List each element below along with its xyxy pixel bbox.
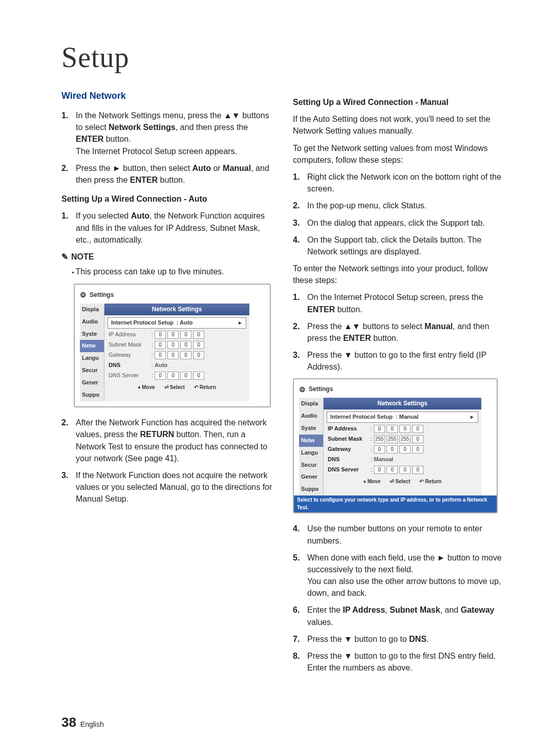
step-number: 6. xyxy=(293,604,307,628)
paragraph: To get the Network setting values from m… xyxy=(293,142,508,166)
paragraph: If the Auto Setting does not work, you'l… xyxy=(293,113,508,137)
sidebar-item[interactable]: Audio xyxy=(80,316,104,328)
page-title: Setup xyxy=(61,41,522,74)
footer-select: ⏎ Select xyxy=(164,384,185,392)
footer-return: ↶ Return xyxy=(419,478,441,486)
step-number: 3. xyxy=(293,349,307,373)
chevron-right-icon: ► xyxy=(470,414,475,421)
two-columns: Wired Network 1. In the Network Settings… xyxy=(61,89,522,679)
step-number: 1. xyxy=(293,291,307,315)
left-column: Wired Network 1. In the Network Settings… xyxy=(61,89,276,679)
settings-title: Settings xyxy=(309,385,333,394)
step-text: Press the ▲▼ buttons to select Manual, a… xyxy=(307,320,508,344)
note-icon: ✎ xyxy=(61,251,68,263)
step-text: Press the ▼ button to go to the first en… xyxy=(307,349,508,373)
steps-auto-2: 2. After the Network Function has acquir… xyxy=(61,417,276,505)
gear-icon: ⚙ xyxy=(80,290,87,300)
step-number: 8. xyxy=(293,650,307,674)
settings-title: Settings xyxy=(90,291,114,299)
sidebar-item[interactable]: Langu xyxy=(299,447,323,459)
sidebar-item[interactable]: Suppo xyxy=(299,483,323,495)
sidebar-item[interactable]: Syste xyxy=(299,422,323,435)
protocol-setup-row[interactable]: Internet Protocol Setup : Manual ► xyxy=(327,412,478,423)
subnet-label: Subnet Mask xyxy=(109,341,150,349)
settings-screenshot-manual: ⚙ Settings Displa Audio Syste Netw Langu… xyxy=(293,378,498,514)
dns-server-label: DNS Server xyxy=(109,372,150,380)
settings-titlebar: ⚙ Settings xyxy=(80,290,249,300)
sidebar-item[interactable]: Gener xyxy=(299,471,323,483)
steps-intro: 1. In the Network Settings menu, press t… xyxy=(61,110,276,186)
step-number: 4. xyxy=(293,234,307,257)
gateway-octets[interactable]: 0000 xyxy=(155,351,204,359)
step-text: After the Network Function has acquired … xyxy=(76,417,276,464)
page: Setup Wired Network 1. In the Network Se… xyxy=(0,0,553,756)
step-text: Use the number buttons on your remote to… xyxy=(307,523,508,546)
gateway-octets[interactable]: 0000 xyxy=(374,445,423,453)
subnet-label: Subnet Mask xyxy=(328,435,369,443)
step-text: On the Support tab, click the Details bu… xyxy=(307,234,508,257)
dns-octets[interactable]: 0000 xyxy=(155,372,204,380)
note-item: This process can take up to five minutes… xyxy=(72,266,276,277)
settings-footer: ♦ Move ⏎ Select ↶ Return xyxy=(324,476,481,487)
step-text: If the Network Function does not acquire… xyxy=(76,469,276,505)
sidebar-item[interactable]: Displa xyxy=(299,398,323,410)
step-number: 1. xyxy=(61,210,76,246)
steps-windows: 1.Right click the Network icon on the bo… xyxy=(293,171,508,257)
sidebar-item[interactable]: Suppo xyxy=(80,389,104,401)
step-text: Enter the IP Address, Subnet Mask, and G… xyxy=(307,604,508,628)
ip-octets[interactable]: 0000 xyxy=(155,331,204,339)
right-column: Setting Up a Wired Connection - Manual I… xyxy=(293,89,508,679)
settings-main: Network Settings Internet Protocol Setup… xyxy=(324,398,481,496)
gateway-label: Gateway xyxy=(328,445,369,453)
sidebar-item[interactable]: Langu xyxy=(80,352,104,364)
steps-manual-b: 4.Use the number buttons on your remote … xyxy=(293,523,508,674)
step-number: 1. xyxy=(293,171,307,195)
subnet-octets[interactable]: 0000 xyxy=(155,341,204,349)
ip-address-label: IP Address xyxy=(328,425,369,433)
ip-address-label: IP Address xyxy=(109,331,150,339)
sidebar-item-selected[interactable]: Netw xyxy=(80,340,104,352)
panel-title: Network Settings xyxy=(324,398,481,409)
settings-sidebar: Displa Audio Syste Netw Langu Secur Gene… xyxy=(80,304,104,402)
sidebar-item-selected[interactable]: Netw xyxy=(299,435,323,447)
hint-bar: Select to configure your network type an… xyxy=(294,495,497,512)
sidebar-item[interactable]: Displa xyxy=(80,304,104,316)
note-label: NOTE xyxy=(71,251,94,263)
dns-octets[interactable]: 0000 xyxy=(374,466,423,474)
settings-footer: ♦ Move ⏎ Select ↶ Return xyxy=(104,382,249,393)
step-number: 2. xyxy=(293,200,307,211)
paragraph: To enter the Network settings into your … xyxy=(293,263,508,286)
step-number: 2. xyxy=(293,320,307,344)
settings-screenshot-auto: ⚙ Settings Displa Audio Syste Netw Langu… xyxy=(74,284,271,407)
settings-main: Network Settings Internet Protocol Setup… xyxy=(104,304,249,402)
protocol-setup-row[interactable]: Internet Protocol Setup : Auto ► xyxy=(108,317,246,329)
subheading-manual: Setting Up a Wired Connection - Manual xyxy=(293,96,508,108)
subheading-auto: Setting Up a Wired Connection - Auto xyxy=(61,193,276,205)
step-number: 5. xyxy=(293,552,307,599)
footer-move: ♦ Move xyxy=(364,478,380,486)
step-text: On the Internet Protocol Setup screen, p… xyxy=(307,291,508,315)
sidebar-item[interactable]: Secur xyxy=(299,459,323,471)
step-text: In the Network Settings menu, press the … xyxy=(76,110,276,157)
step-number: 3. xyxy=(61,469,76,505)
gateway-label: Gateway xyxy=(109,351,150,359)
dns-value: Manual xyxy=(374,456,393,464)
step-text: Press the ► button, then select Auto or … xyxy=(76,162,276,186)
sidebar-item[interactable]: Secur xyxy=(80,364,104,377)
page-language: English xyxy=(80,720,104,728)
ip-octets[interactable]: 0000 xyxy=(374,425,423,433)
sidebar-item[interactable]: Gener xyxy=(80,377,104,389)
note-list: This process can take up to five minutes… xyxy=(61,266,276,277)
step-text: Right click the Network icon on the bott… xyxy=(307,171,508,195)
subnet-octets[interactable]: 2552552550 xyxy=(374,435,423,443)
dns-value: Auto xyxy=(155,361,167,370)
step-number: 3. xyxy=(293,217,307,229)
step-text: On the dialog that appears, click the Su… xyxy=(307,217,508,229)
step-text: Press the ▼ button to go to the first DN… xyxy=(307,650,508,674)
sidebar-item[interactable]: Syste xyxy=(80,328,104,340)
footer-select: ⏎ Select xyxy=(390,478,410,486)
step-number: 7. xyxy=(293,633,307,645)
sidebar-item[interactable]: Audio xyxy=(299,410,323,422)
step-number: 4. xyxy=(293,523,307,546)
step-number: 2. xyxy=(61,417,76,464)
